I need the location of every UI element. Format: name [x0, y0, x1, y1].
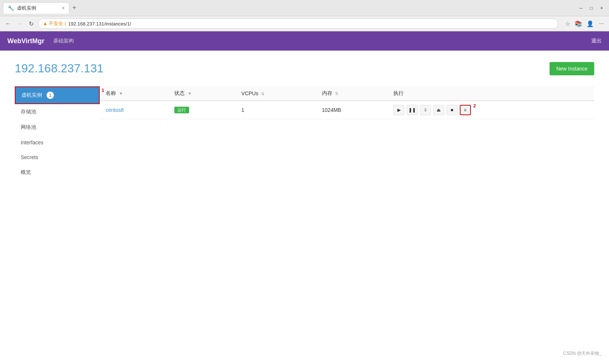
sidebar: 虚机实例 1 1 存储池 网络池 Interfaces Secrets 概览 [15, 86, 100, 180]
sort-icon-vcpus: ⇅ [261, 92, 264, 96]
cell-actions: ▶ ❚❚ ⇩ ⏏ ■ ≡ 2 [387, 101, 594, 119]
toolbar-actions: ☆ 📚 👤 ··· [564, 20, 605, 28]
sidebar-item-overview-label: 概览 [21, 169, 31, 175]
play-button[interactable]: ▶ [393, 105, 404, 115]
new-instance-button[interactable]: New Instance [550, 62, 594, 75]
sort-icon-status: ▼ [188, 91, 192, 96]
col-status[interactable]: 状态 ▼ [168, 86, 235, 101]
logout-button[interactable]: 退出 [591, 38, 602, 44]
table-row: centos8 运行 1 1024MB ▶ ❚❚ ⇩ ⏏ ■ [100, 101, 594, 119]
col-memory[interactable]: 内存 ⇅ [316, 86, 388, 101]
download-button[interactable]: ⇩ [420, 105, 431, 115]
instances-badge: 1 [47, 92, 54, 99]
table-area: 名称 ▼ 状态 ▼ VCPUs ⇅ 内存 ⇅ 执行 centos8 运行 [100, 86, 594, 180]
tab-favicon: 🔧 [8, 5, 14, 11]
sort-icon-memory: ⇅ [335, 91, 338, 96]
col-actions: 执行 [387, 86, 594, 101]
browser-chrome: 🔧 虚机实例 × + ─ □ × ← → ↻ ▲ 不安全 | 192.168.2… [0, 0, 609, 31]
sidebar-item-instances-label: 虚机实例 [21, 92, 42, 98]
cell-name: centos8 [100, 101, 168, 119]
pause-button[interactable]: ❚❚ [407, 105, 418, 115]
content-area: 虚机实例 1 1 存储池 网络池 Interfaces Secrets 概览 [15, 86, 594, 180]
app-brand: WebVirtMgr [7, 37, 44, 45]
nav-infrastructure[interactable]: 基础架构 [53, 38, 74, 44]
sort-icon-name: ▼ [119, 91, 123, 96]
cell-vcpus: 1 [236, 101, 316, 119]
sidebar-item-storage-label: 存储池 [21, 109, 36, 114]
instance-link[interactable]: centos8 [106, 107, 124, 113]
url-text: 192.168.237.131/instances/1/ [68, 21, 553, 27]
forward-button[interactable]: → [16, 20, 24, 28]
browser-tab[interactable]: 🔧 虚机实例 × [3, 2, 69, 14]
sidebar-item-network-label: 网络池 [21, 124, 36, 130]
address-bar[interactable]: ▲ 不安全 | 192.168.237.131/instances/1/ [38, 18, 558, 29]
power-button[interactable]: ⏏ [433, 105, 444, 115]
menu-button[interactable]: ≡ [460, 105, 471, 115]
annotation-2: 2 [473, 103, 476, 109]
app-navbar: WebVirtMgr 基础架构 退出 [0, 31, 609, 51]
col-name[interactable]: 名称 ▼ [100, 86, 168, 101]
sidebar-item-instances[interactable]: 虚机实例 1 1 [15, 86, 100, 104]
cell-memory: 1024MB [316, 101, 388, 119]
sidebar-item-network[interactable]: 网络池 [15, 120, 100, 135]
page-title: 192.168.237.131 [15, 62, 103, 75]
tab-close-button[interactable]: × [62, 6, 65, 11]
annotation-1: 1 [102, 88, 104, 93]
sidebar-item-secrets-label: Secrets [21, 154, 38, 160]
cell-status: 运行 [168, 101, 235, 119]
sidebar-item-storage[interactable]: 存储池 [15, 104, 100, 120]
refresh-button[interactable]: ↻ [27, 20, 35, 28]
close-window-button[interactable]: × [597, 4, 606, 13]
collections-icon[interactable]: 📚 [574, 20, 583, 28]
browser-addressbar: ← → ↻ ▲ 不安全 | 192.168.237.131/instances/… [0, 16, 609, 31]
back-button[interactable]: ← [4, 20, 13, 28]
stop-button[interactable]: ■ [447, 105, 458, 115]
sidebar-item-interfaces-label: Interfaces [21, 140, 43, 145]
bookmark-icon[interactable]: ☆ [564, 20, 571, 28]
minimize-button[interactable]: ─ [577, 4, 585, 13]
app-main: 192.168.237.131 New Instance 虚机实例 1 1 存储… [0, 51, 609, 191]
new-tab-button[interactable]: + [69, 4, 79, 12]
maximize-button[interactable]: □ [587, 4, 596, 13]
sidebar-item-interfaces[interactable]: Interfaces [15, 135, 100, 150]
browser-titlebar: 🔧 虚机实例 × + ─ □ × [0, 0, 609, 16]
status-badge: 运行 [174, 107, 189, 113]
instances-table: 名称 ▼ 状态 ▼ VCPUs ⇅ 内存 ⇅ 执行 centos8 运行 [100, 86, 594, 119]
more-menu-button[interactable]: ··· [598, 20, 605, 28]
table-header-row: 名称 ▼ 状态 ▼ VCPUs ⇅ 内存 ⇅ 执行 [100, 86, 594, 101]
page-header: 192.168.237.131 New Instance [15, 62, 594, 75]
col-vcpus[interactable]: VCPUs ⇅ [236, 86, 316, 101]
sidebar-item-secrets[interactable]: Secrets [15, 150, 100, 165]
sidebar-item-overview[interactable]: 概览 [15, 165, 100, 180]
tab-title: 虚机实例 [17, 5, 59, 11]
window-controls: ─ □ × [577, 4, 606, 13]
profile-icon[interactable]: 👤 [586, 20, 595, 28]
security-warning-icon: ▲ 不安全 | [43, 20, 66, 27]
